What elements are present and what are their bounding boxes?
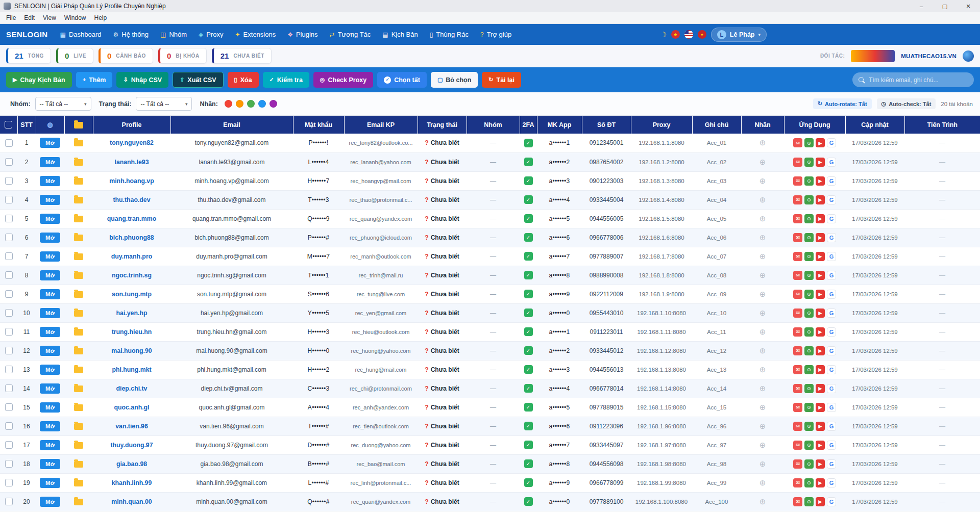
partner-logo-1[interactable]	[851, 50, 895, 62]
menu-window[interactable]: Window	[60, 14, 90, 21]
google-app-icon[interactable]: G	[827, 158, 836, 167]
add-button[interactable]: +Thêm	[76, 72, 113, 88]
profile-link[interactable]: khanh.linh.99	[112, 479, 152, 486]
google-app-icon[interactable]: G	[827, 195, 836, 204]
folder-icon[interactable]	[74, 329, 83, 336]
label-target-icon[interactable]: ⊕	[760, 403, 766, 412]
status-filter-select[interactable]: -- Tất cả --▾	[136, 97, 192, 111]
row-checkbox[interactable]	[5, 403, 13, 411]
select-all-checkbox[interactable]	[5, 121, 12, 128]
open-profile-button[interactable]: Mở	[40, 383, 60, 394]
profile-link[interactable]: duy.manh.pro	[111, 253, 152, 260]
profile-link[interactable]: minh.quan.00	[111, 498, 152, 505]
maps-app-icon[interactable]: ⊙	[804, 214, 814, 223]
open-profile-button[interactable]: Mở	[40, 440, 60, 450]
row-checkbox[interactable]	[5, 177, 13, 185]
mail-app-icon[interactable]: ✉	[793, 271, 802, 280]
folder-icon[interactable]	[74, 178, 83, 185]
youtube-app-icon[interactable]: ▶	[816, 290, 825, 299]
label-target-icon[interactable]: ⊕	[760, 309, 766, 317]
mail-app-icon[interactable]: ✉	[793, 422, 802, 431]
nav-help[interactable]: ?Trợ giúp	[480, 31, 511, 38]
google-app-icon[interactable]: G	[827, 422, 836, 431]
row-checkbox[interactable]	[5, 479, 13, 486]
label-target-icon[interactable]: ⊕	[760, 497, 766, 506]
nav-interact[interactable]: ⇄Tương Tác	[330, 31, 371, 38]
google-app-icon[interactable]: G	[827, 346, 836, 355]
minimize-button[interactable]: –	[910, 0, 933, 12]
google-app-icon[interactable]: G	[827, 290, 836, 299]
google-app-icon[interactable]: G	[827, 252, 836, 261]
group-filter-select[interactable]: -- Tất cả --▾	[35, 97, 91, 111]
youtube-app-icon[interactable]: ▶	[816, 214, 825, 223]
youtube-app-icon[interactable]: ▶	[816, 271, 825, 280]
partner-logo-muathecao[interactable]: MUATHECAO15.VN	[901, 53, 957, 59]
mail-app-icon[interactable]: ✉	[793, 290, 802, 299]
google-app-icon[interactable]: G	[827, 176, 836, 186]
mail-app-icon[interactable]: ✉	[793, 459, 802, 469]
row-checkbox[interactable]	[5, 290, 13, 298]
mail-app-icon[interactable]: ✉	[793, 309, 802, 318]
label-target-icon[interactable]: ⊕	[760, 441, 766, 449]
label-dot[interactable]	[236, 100, 243, 108]
partner-logo-3[interactable]	[963, 50, 974, 62]
maps-app-icon[interactable]: ⊙	[804, 290, 814, 299]
folder-icon[interactable]	[74, 367, 83, 373]
folder-icon[interactable]	[74, 404, 83, 411]
mail-app-icon[interactable]: ✉	[793, 158, 802, 167]
row-checkbox[interactable]	[5, 328, 13, 336]
youtube-app-icon[interactable]: ▶	[816, 138, 825, 147]
maps-app-icon[interactable]: ⊙	[804, 441, 814, 450]
folder-icon[interactable]	[74, 159, 83, 166]
row-checkbox[interactable]	[5, 215, 13, 222]
mail-app-icon[interactable]: ✉	[793, 233, 802, 242]
open-profile-button[interactable]: Mở	[40, 251, 60, 262]
label-dot[interactable]	[225, 100, 232, 108]
youtube-app-icon[interactable]: ▶	[816, 195, 825, 204]
google-app-icon[interactable]: G	[827, 365, 836, 374]
search-input[interactable]	[869, 76, 968, 84]
check-button[interactable]: ✓Kiểm tra	[263, 72, 309, 88]
maps-app-icon[interactable]: ⊙	[804, 138, 814, 147]
profile-link[interactable]: gia.bao.98	[116, 460, 147, 468]
folder-icon[interactable]	[74, 499, 83, 505]
youtube-app-icon[interactable]: ▶	[816, 459, 825, 469]
mail-app-icon[interactable]: ✉	[793, 497, 802, 506]
maps-app-icon[interactable]: ⊙	[804, 309, 814, 318]
google-app-icon[interactable]: G	[827, 309, 836, 318]
profile-link[interactable]: ngoc.trinh.sg	[112, 272, 152, 279]
row-checkbox[interactable]	[5, 366, 13, 373]
folder-icon[interactable]	[74, 197, 83, 203]
youtube-app-icon[interactable]: ▶	[816, 422, 825, 431]
profile-link[interactable]: tony.nguyen82	[110, 139, 154, 146]
mail-app-icon[interactable]: ✉	[793, 441, 802, 450]
deselect-button[interactable]: ▢Bỏ chọn	[431, 72, 478, 88]
row-checkbox[interactable]	[5, 422, 13, 430]
youtube-app-icon[interactable]: ▶	[816, 252, 825, 261]
open-profile-button[interactable]: Mở	[40, 289, 60, 299]
menu-edit[interactable]: Edit	[20, 14, 39, 21]
mail-app-icon[interactable]: ✉	[793, 252, 802, 261]
folder-icon[interactable]	[74, 461, 83, 468]
row-checkbox[interactable]	[5, 271, 13, 279]
open-profile-button[interactable]: Mở	[40, 233, 60, 243]
profile-link[interactable]: phi.hung.mkt	[112, 366, 151, 373]
youtube-app-icon[interactable]: ▶	[816, 497, 825, 506]
nav-proxy[interactable]: ◈Proxy	[199, 31, 223, 38]
profile-link[interactable]: lananh.le93	[115, 159, 149, 166]
maps-app-icon[interactable]: ⊙	[804, 497, 814, 506]
folder-icon[interactable]	[74, 386, 83, 392]
google-app-icon[interactable]: G	[827, 271, 836, 280]
label-target-icon[interactable]: ⊕	[760, 384, 766, 393]
google-app-icon[interactable]: G	[827, 497, 836, 506]
profile-link[interactable]: minh.hoang.vp	[109, 177, 154, 185]
menu-view[interactable]: View	[39, 14, 60, 21]
open-profile-button[interactable]: Mở	[40, 402, 60, 413]
google-app-icon[interactable]: G	[827, 233, 836, 242]
profile-link[interactable]: diep.chi.tv	[116, 385, 148, 392]
folder-icon[interactable]	[74, 272, 83, 279]
maps-app-icon[interactable]: ⊙	[804, 252, 814, 261]
open-profile-button[interactable]: Mở	[40, 270, 60, 280]
google-app-icon[interactable]: G	[827, 214, 836, 223]
mail-app-icon[interactable]: ✉	[793, 138, 802, 147]
